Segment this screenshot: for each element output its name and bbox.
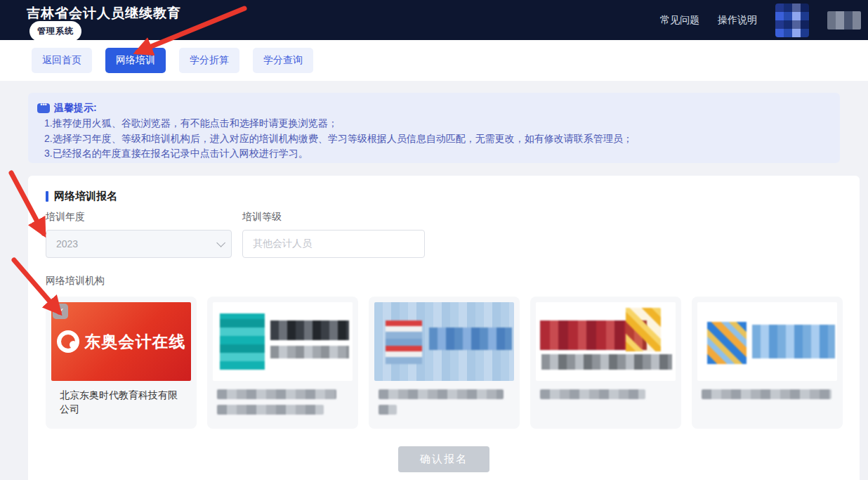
training-level-label: 培训等级 [242, 211, 282, 223]
tips-title-row: 温馨提示: [37, 100, 829, 116]
org-3-logo-redacted [374, 302, 514, 381]
org-2-logo-subtext [270, 346, 349, 358]
header: 吉林省会计人员继续教育管理系统 常见问题 操作说明 [0, 0, 868, 40]
training-year-value: 2023 [56, 238, 78, 249]
tab-credit-query[interactable]: 学分查询 [253, 48, 313, 73]
training-year-select[interactable]: 2023 [46, 230, 232, 258]
tips-line-1: 1.推荐使用火狐、谷歌浏览器，有不能点击和选择时请更换浏览器； [37, 116, 829, 131]
redacted-text-bar [702, 389, 831, 399]
redacted-text-bar [540, 389, 645, 399]
org-4-name-redacted [530, 381, 681, 399]
org-3-logo-blob [386, 320, 422, 364]
training-year-label: 培训年度 [46, 211, 85, 223]
org-card-dongao[interactable]: ✓ 东奥会计在线 北京东奥时代教育科技有限公司 [46, 297, 197, 429]
training-level-value: 其他会计人员 [253, 238, 312, 250]
org-5-logo-redacted [697, 302, 837, 381]
tips-box: 温馨提示: 1.推荐使用火狐、谷歌浏览器，有不能点击和选择时请更换浏览器； 2.… [28, 93, 840, 163]
section-title: 网络培训报名 [54, 190, 117, 203]
avatar[interactable] [775, 4, 809, 37]
org-5-logo-blob [707, 322, 747, 364]
org-card-5-redacted[interactable] [692, 297, 843, 429]
org-4-logo-accent [626, 308, 661, 351]
org-4-logo-redacted [536, 302, 676, 381]
org-2-name-redacted [207, 381, 358, 415]
system-badge: 管理系统 [29, 21, 81, 41]
checkbox-checked-icon[interactable]: ✓ [53, 304, 68, 319]
app-title-text: 吉林省会计人员继续教育 [27, 6, 181, 20]
redacted-text-bar [217, 389, 336, 399]
dongao-logo: 东奥会计在线 [51, 302, 191, 381]
manual-link[interactable]: 操作说明 [718, 14, 757, 27]
tab-online-training[interactable]: 网络培训 [105, 48, 166, 73]
tab-bar: 返回首页 网络培训 学分折算 学分查询 [0, 40, 868, 81]
tab-home[interactable]: 返回首页 [32, 48, 92, 73]
username-redacted [827, 11, 861, 30]
message-dots-icon [37, 103, 50, 113]
redacted-text-bar [217, 405, 324, 415]
org-2-logo-textblock [270, 320, 349, 340]
confirm-registration-button[interactable]: 确认报名 [398, 446, 489, 472]
org-2-logo-blob [220, 313, 265, 370]
tips-title: 温馨提示: [54, 102, 97, 115]
org-3-logo-textblock [429, 327, 512, 350]
registration-panel: 网络培训报名 培训年度 培训等级 2023 其他会计人员 网络培训机构 ✓ 东奥… [28, 176, 860, 480]
org-card-3-redacted[interactable] [369, 297, 520, 429]
dongao-circle-icon [57, 330, 79, 353]
dongao-logo-text: 东奥会计在线 [85, 331, 186, 353]
tips-line-3: 3.已经报名的年度直接在报名记录中点击计入网校进行学习。 [37, 146, 829, 162]
org-3-name-redacted [369, 381, 520, 415]
section-accent-bar [46, 191, 48, 202]
faq-link[interactable]: 常见问题 [660, 14, 699, 27]
org-card-4-redacted[interactable] [530, 297, 681, 429]
tab-credit-conversion[interactable]: 学分折算 [179, 48, 239, 73]
app-title: 吉林省会计人员继续教育管理系统 [27, 5, 185, 41]
redacted-text-bar [379, 405, 397, 415]
org-name: 北京东奥时代教育科技有限公司 [46, 381, 197, 416]
org-5-logo-textblock [752, 325, 835, 358]
org-2-logo-redacted [213, 302, 353, 381]
training-level-input[interactable]: 其他会计人员 [242, 230, 425, 258]
org-4-logo-subtext [541, 354, 672, 370]
org-card-2-redacted[interactable] [207, 297, 358, 429]
redacted-text-bar [379, 389, 504, 399]
app-root: 吉林省会计人员继续教育管理系统 常见问题 操作说明 返回首页 网络培训 学分折算… [0, 0, 868, 480]
header-actions: 常见问题 操作说明 [660, 0, 864, 40]
org-5-name-redacted [692, 381, 843, 399]
training-org-label: 网络培训机构 [46, 275, 105, 287]
tips-line-2: 2.选择学习年度、等级和培训机构后，进入对应的培训机构缴费、学习等级根据人员信息… [37, 131, 829, 147]
section-title-row: 网络培训报名 [46, 190, 117, 203]
chevron-down-icon [216, 238, 225, 247]
